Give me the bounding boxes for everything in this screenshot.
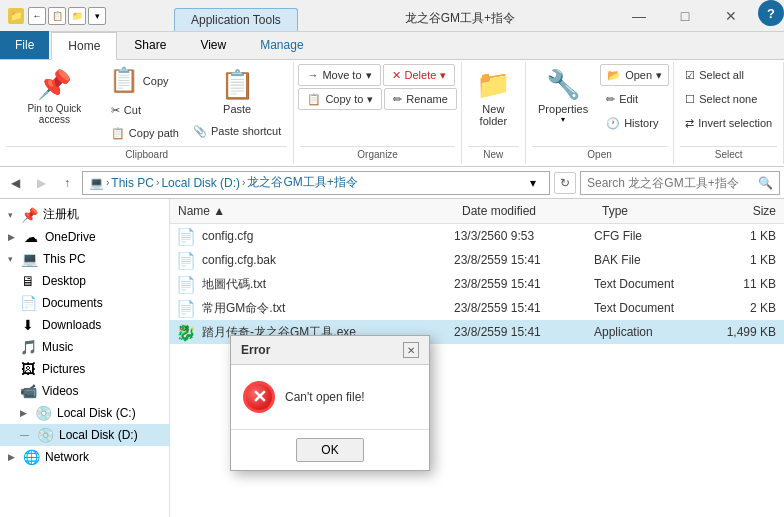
path-icon: 💻 [89,176,104,190]
sidebar-item-downloads[interactable]: ⬇ Downloads [0,314,169,336]
file-list-header: Name ▲ Date modified Type Size [170,199,784,224]
paste-button[interactable]: 📋 Paste [187,64,287,119]
sidebar-item-network[interactable]: ▶ 🌐 Network [0,446,169,468]
clipboard-group: 📌 Pin to Quick access 📋 Copy ✂ Cut 📋 Cop… [0,62,294,164]
downloads-icon: ⬇ [20,317,36,333]
file-name: 常用GM命令.txt [202,300,454,317]
refresh-button[interactable]: ↻ [554,172,576,194]
table-row[interactable]: 📄 config.cfg.bak 23/8/2559 15:41 BAK Fil… [170,248,784,272]
sidebar-item-desktop[interactable]: 🖥 Desktop [0,270,169,292]
onedrive-icon: ☁ [23,229,39,245]
select-label: Select [680,146,777,162]
invert-selection-button[interactable]: ⇄ Invert selection [679,112,778,134]
expand-icon: ▶ [8,232,15,242]
sidebar-item-quick-access[interactable]: ▾ 📌 注册机 [0,203,169,226]
sidebar-item-documents[interactable]: 📄 Documents [0,292,169,314]
select-group-content: ☑ Select all ☐ Select none ⇄ Invert sele… [679,64,778,144]
open-icon: 📂 [607,69,621,82]
copy-to-label: Copy to [325,93,363,105]
select-all-button[interactable]: ☑ Select all [679,64,778,86]
paste-shortcut-button[interactable]: 📎 Paste shortcut [187,120,287,142]
expand-icon: ▶ [20,408,27,418]
copy-button[interactable]: 📋 Copy [105,64,185,98]
open-label: Open [532,146,668,162]
dialog-title-bar: Error ✕ [231,336,429,365]
col-header-type[interactable]: Type [594,201,714,221]
up-button[interactable]: ↑ [56,172,78,194]
path-local-disk[interactable]: Local Disk (D:) [161,176,240,190]
forward-button[interactable]: ▶ [30,172,52,194]
open-button[interactable]: 📂 Open ▾ [600,64,669,86]
address-bar: ◀ ▶ ↑ 💻 › This PC › Local Disk (D:) › 龙之… [0,167,784,199]
help-button[interactable]: ? [758,0,784,26]
new-folder-button[interactable]: 📁 New folder [467,64,519,131]
col-header-name[interactable]: Name ▲ [170,201,454,221]
cut-button[interactable]: ✂ Cut [105,99,185,121]
table-row[interactable]: 📄 常用GM命令.txt 23/8/2559 15:41 Text Docume… [170,296,784,320]
history-label: History [624,117,658,129]
sidebar: ▾ 📌 注册机 ▶ ☁ OneDrive ▾ 💻 This PC 🖥 Deskt… [0,199,170,517]
delete-icon: ✕ [392,69,401,82]
new-folder-quick-btn[interactable]: 📁 [68,7,86,25]
sidebar-item-music[interactable]: 🎵 Music [0,336,169,358]
tab-view[interactable]: View [183,31,243,59]
tab-home[interactable]: Home [51,32,117,60]
pin-quick-access-button[interactable]: 📌 Pin to Quick access [6,64,103,129]
delete-button[interactable]: ✕ Delete ▾ [383,64,456,86]
expand-icon: ▾ [8,254,13,264]
address-path[interactable]: 💻 › This PC › Local Disk (D:) › 龙之谷GM工具+… [82,171,550,195]
col-header-date[interactable]: Date modified [454,201,594,221]
pictures-icon: 🖼 [20,361,36,377]
dropdown-quick-btn[interactable]: ▾ [88,7,106,25]
search-input[interactable] [587,176,754,190]
path-folder[interactable]: 龙之谷GM工具+指令 [247,174,357,191]
file-icon: 📄 [176,250,196,270]
copy-to-button[interactable]: 📋 Copy to ▾ [298,88,382,110]
copy-path-button[interactable]: 📋 Copy path [105,122,185,144]
minimize-button[interactable]: — [616,0,662,32]
desktop-label: Desktop [42,274,86,288]
pin-label: Pin to Quick access [14,103,95,125]
select-none-label: Select none [699,93,757,105]
clipboard-label: Clipboard [6,146,287,162]
file-name: config.cfg [202,229,454,243]
downloads-label: Downloads [42,318,101,332]
properties-quick-btn[interactable]: 📋 [48,7,66,25]
back-button[interactable]: ◀ [4,172,26,194]
path-dropdown-button[interactable]: ▾ [523,176,543,190]
sidebar-item-onedrive[interactable]: ▶ ☁ OneDrive [0,226,169,248]
sidebar-item-local-disk-c[interactable]: ▶ 💿 Local Disk (C:) [0,402,169,424]
dialog-close-button[interactable]: ✕ [403,342,419,358]
copy-path-label: Copy path [129,127,179,139]
properties-button[interactable]: 🔧 Properties ▾ [530,64,596,128]
file-name: 地圖代碼.txt [202,276,454,293]
rename-button[interactable]: ✏ Rename [384,88,457,110]
delete-dropdown: ▾ [440,69,446,82]
back-quick-btn[interactable]: ← [28,7,46,25]
maximize-button[interactable]: □ [662,0,708,32]
sidebar-item-local-disk-d[interactable]: — 💿 Local Disk (D:) [0,424,169,446]
search-box[interactable]: 🔍 [580,171,780,195]
sidebar-item-this-pc[interactable]: ▾ 💻 This PC [0,248,169,270]
col-header-size[interactable]: Size [714,201,784,221]
move-to-button[interactable]: → Move to ▾ [298,64,380,86]
dialog-ok-button[interactable]: OK [296,438,363,462]
close-button[interactable]: ✕ [708,0,754,32]
cut-icon: ✂ [111,104,120,117]
application-tools-tab[interactable]: Application Tools [174,8,298,31]
edit-button[interactable]: ✏ Edit [600,88,669,110]
sidebar-item-pictures[interactable]: 🖼 Pictures [0,358,169,380]
edit-label: Edit [619,93,638,105]
search-icon: 🔍 [758,176,773,190]
tab-share[interactable]: Share [117,31,183,59]
table-row[interactable]: 📄 config.cfg 13/3/2560 9:53 CFG File 1 K… [170,224,784,248]
path-this-pc[interactable]: This PC [111,176,154,190]
tab-file[interactable]: File [0,31,49,59]
select-none-button[interactable]: ☐ Select none [679,88,778,110]
table-row[interactable]: 📄 地圖代碼.txt 23/8/2559 15:41 Text Document… [170,272,784,296]
sidebar-item-videos[interactable]: 📹 Videos [0,380,169,402]
history-button[interactable]: 🕐 History [600,112,669,134]
tab-manage[interactable]: Manage [243,31,320,59]
ribbon-content: 📌 Pin to Quick access 📋 Copy ✂ Cut 📋 Cop… [0,60,784,167]
open-group: 🔧 Properties ▾ 📂 Open ▾ ✏ Edit 🕐 Histor [526,62,675,164]
